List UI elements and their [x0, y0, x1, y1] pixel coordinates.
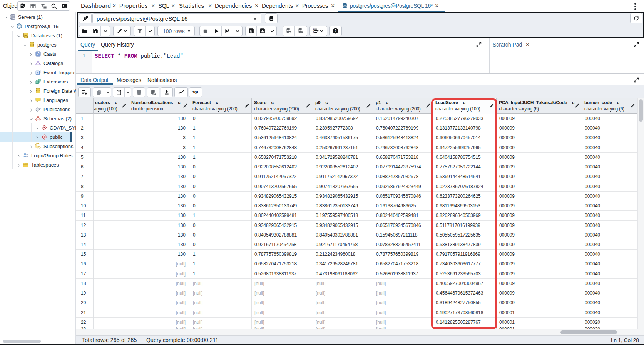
svg-text:3: 3 [313, 32, 314, 33]
svg-text:?: ? [334, 29, 336, 33]
